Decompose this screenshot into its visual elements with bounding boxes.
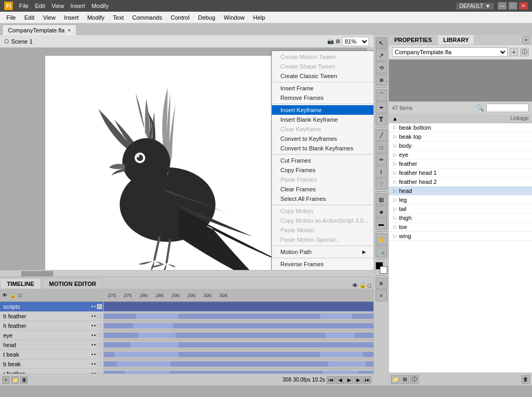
stage-hscroll-track[interactable]: [0, 271, 373, 276]
layer-row-hfeather2[interactable]: h feather ••: [0, 321, 103, 331]
eyedropper-button[interactable]: ◈: [376, 206, 387, 217]
brush-tool-button[interactable]: ⌇: [376, 166, 387, 178]
cm-synchronize-symbols[interactable]: Synchronize Symbols: [272, 269, 373, 270]
layer-row-scripts[interactable]: scripts ••: [0, 302, 103, 311]
lasso-tool-button[interactable]: ⌒: [376, 89, 387, 101]
zoom-select[interactable]: 81% 100% 50% 25%: [342, 37, 369, 46]
lib-item-tail[interactable]: ▷ tail: [389, 205, 532, 214]
cm-clear-keyframe[interactable]: Clear Keyframe: [272, 124, 373, 134]
prev-frame-button[interactable]: ◀: [336, 376, 344, 384]
lib-item-body[interactable]: ▷ body: [389, 141, 532, 150]
menu-modify[interactable]: Modify: [83, 13, 109, 22]
tab-timeline[interactable]: TIMELINE: [0, 278, 41, 289]
cm-copy-frames[interactable]: Copy Frames: [272, 165, 373, 175]
menu-insert[interactable]: Insert: [70, 3, 85, 9]
transform-tool-button[interactable]: ⟲: [376, 62, 387, 73]
selection-tool-button[interactable]: ↖: [376, 37, 387, 49]
menu-help[interactable]: Help: [249, 13, 270, 22]
cm-select-all-frames[interactable]: Select All Frames: [272, 194, 373, 204]
next-frame-button[interactable]: ▶: [354, 376, 362, 384]
layer-row-tbeak[interactable]: t beak ••: [0, 350, 103, 359]
cm-create-classic-tween[interactable]: Create Classic Tween: [272, 71, 373, 81]
properties-tab[interactable]: PROPERTIES: [389, 35, 438, 45]
menu-debug[interactable]: Debug: [194, 13, 219, 22]
cm-insert-frame[interactable]: Insert Frame: [272, 83, 373, 93]
tab-motion-editor[interactable]: MOTION EDITOR: [42, 278, 103, 289]
text-tool-button[interactable]: T: [376, 114, 387, 125]
cm-paste-frames[interactable]: Paste Frames: [272, 175, 373, 184]
window-controls[interactable]: — □ ✕: [498, 2, 528, 10]
menu-insert[interactable]: Insert: [60, 13, 83, 22]
lib-item-leg[interactable]: ▷ leg: [389, 196, 532, 205]
layer-row-hfeather1[interactable]: h feather ••: [0, 311, 103, 321]
lib-item-wing[interactable]: ▷ wing: [389, 232, 532, 241]
library-search-input[interactable]: [486, 104, 529, 112]
cm-reverse-frames[interactable]: Reverse Frames: [272, 259, 373, 269]
eraser-button[interactable]: ▬: [376, 218, 387, 230]
first-frame-button[interactable]: ⏮: [327, 376, 335, 384]
delete-layer-button[interactable]: 🗑: [20, 376, 28, 384]
3d-tool-button[interactable]: ⊕: [376, 74, 387, 86]
cm-create-motion-tween[interactable]: Create Motion Tween: [272, 52, 373, 62]
last-frame-button[interactable]: ⏭: [363, 376, 371, 384]
line-tool-button[interactable]: ╱: [376, 129, 387, 141]
frame-row-hfeather2[interactable]: [104, 321, 373, 331]
pen-tool-button[interactable]: ✒: [376, 102, 387, 113]
layer-row-rfeather1[interactable]: r feather ••: [0, 369, 103, 374]
file-tab[interactable]: CompanyTemplate.fla ×: [2, 24, 77, 35]
minimize-button[interactable]: —: [498, 2, 506, 10]
lib-item-eye[interactable]: ▷ eye: [389, 150, 532, 159]
menu-commands[interactable]: Commands: [128, 13, 166, 22]
frame-row-eye[interactable]: [104, 331, 373, 340]
menu-window[interactable]: Window: [220, 13, 249, 22]
library-properties-button[interactable]: ⓘ: [520, 48, 529, 56]
library-delete-button[interactable]: 🗑: [521, 375, 530, 384]
layer-row-bbeak[interactable]: b beak ••: [0, 359, 103, 369]
menu-file[interactable]: File: [2, 13, 20, 22]
frame-row-head[interactable]: [104, 340, 373, 350]
frame-row-hfeather1[interactable]: [104, 311, 373, 321]
menu-view[interactable]: View: [52, 3, 64, 9]
cm-convert-blank-keyframes[interactable]: Convert to Blank Keyframes: [272, 143, 373, 153]
play-button[interactable]: ▶: [345, 376, 353, 384]
library-properties-bottom-button[interactable]: ⓘ: [410, 375, 419, 384]
cm-create-shape-tween[interactable]: Create Shape Tween: [272, 62, 373, 71]
lib-item-feather-head-2[interactable]: ▷ feather head 2: [389, 178, 532, 187]
menu-control[interactable]: Control: [167, 13, 194, 22]
restore-button[interactable]: □: [509, 2, 517, 10]
tab-close-icon[interactable]: ×: [68, 28, 70, 33]
lib-item-feather[interactable]: ▷ feather: [389, 159, 532, 168]
cm-insert-keyframe[interactable]: Insert Keyframe: [272, 105, 373, 115]
frame-row-tbeak[interactable]: [104, 350, 373, 359]
subselection-tool-button[interactable]: ↗: [376, 49, 387, 61]
add-folder-button[interactable]: 📁: [11, 376, 19, 384]
fill-color-swatch[interactable]: [380, 266, 387, 274]
lib-item-feather-head-1[interactable]: ▷ feather head 1: [389, 168, 532, 178]
lib-item-beak-top[interactable]: ▷ beak top: [389, 132, 532, 141]
panel-collapse-button[interactable]: »: [522, 36, 530, 44]
library-new-symbol-bottom-button[interactable]: ⊞: [401, 375, 409, 384]
frame-row-rfeather1[interactable]: [104, 369, 373, 374]
lib-item-beak-bottom[interactable]: ▷ beak bottom: [389, 123, 532, 132]
menu-file[interactable]: File: [19, 3, 29, 9]
lib-item-head[interactable]: ▷ head: [389, 187, 532, 196]
cm-copy-motion[interactable]: Copy Motion: [272, 206, 373, 216]
frame-row-scripts[interactable]: [104, 302, 373, 311]
library-new-symbol-button[interactable]: +: [510, 48, 518, 56]
library-file-select[interactable]: CompanyTemplate.fla: [392, 47, 508, 57]
close-button[interactable]: ✕: [519, 2, 528, 10]
pencil-tool-button[interactable]: ✏: [376, 154, 387, 165]
menu-text[interactable]: Text: [109, 13, 128, 22]
library-tab[interactable]: LIBRARY: [438, 35, 475, 45]
paint-bucket-button[interactable]: ▧: [376, 193, 387, 205]
cm-paste-motion-special[interactable]: Paste Motion Special...: [272, 235, 373, 244]
zoom-tool-button[interactable]: 🔍: [376, 246, 387, 257]
menu-view[interactable]: View: [39, 13, 60, 22]
menu-modify[interactable]: Modify: [92, 3, 109, 9]
cm-insert-blank-keyframe[interactable]: Insert Blank Keyframe: [272, 115, 373, 124]
hand-tool-button[interactable]: ✋: [376, 233, 387, 245]
lib-item-toe[interactable]: ▷ toe: [389, 223, 532, 232]
frame-row-bbeak[interactable]: [104, 359, 373, 369]
snap-options-button[interactable]: ≡: [376, 290, 387, 301]
library-new-folder-button[interactable]: 📁: [391, 375, 400, 384]
